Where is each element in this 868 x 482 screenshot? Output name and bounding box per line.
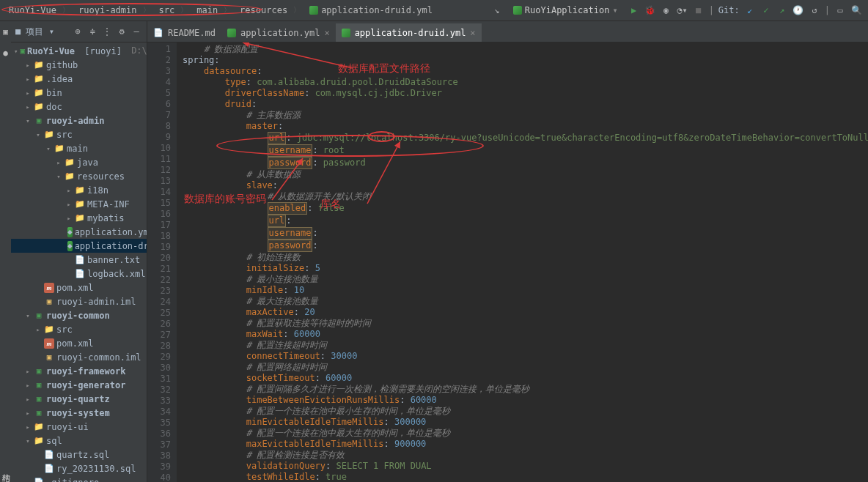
hide-icon[interactable]: —: [130, 26, 142, 37]
tree-item[interactable]: ▾📁src: [11, 127, 147, 141]
tree-item[interactable]: ▸📁.idea: [11, 72, 147, 86]
collapse-icon[interactable]: ⋮: [101, 26, 113, 37]
code-editor[interactable]: # 数据源配置 spring: datasource: type: com.al…: [177, 42, 868, 482]
git-revert-icon[interactable]: ↺: [809, 4, 820, 16]
debug-button[interactable]: 🐞: [644, 4, 656, 16]
tree-item[interactable]: ▸📁doc: [11, 100, 147, 114]
select-opened-icon[interactable]: ⊕: [72, 26, 84, 37]
line-gutter[interactable]: 1234567891011121314151617181920212223242…: [147, 42, 177, 482]
commit-tool-tab[interactable]: ●: [1, 45, 10, 61]
tree-item[interactable]: 📄.gitignore: [11, 475, 147, 482]
breadcrumb: RuoYi-Vue ruoyi-admin src main resources…: [0, 4, 491, 17]
tree-item[interactable]: ▾▣ruoyi-admin: [11, 114, 147, 127]
tree-root[interactable]: ▾▣ RuoYi-Vue [ruoyi] D:\文章演示\RuoYi-V: [11, 44, 147, 58]
tree-item[interactable]: ▾▣ruoyi-common: [11, 308, 147, 322]
tree-item[interactable]: ▸📁META-INF: [11, 197, 147, 211]
tab-close-icon[interactable]: ×: [470, 28, 475, 38]
stop-button[interactable]: ■: [693, 4, 705, 16]
tree-item[interactable]: ▣ruoyi-common.iml: [11, 350, 147, 364]
project-panel-title: ■ 项目 ▾: [15, 26, 54, 38]
settings-icon[interactable]: ⚙: [116, 26, 128, 37]
git-commit-icon[interactable]: ✓: [760, 4, 772, 16]
tree-item[interactable]: 📄logback.xml: [11, 267, 147, 281]
tree-item[interactable]: ▸📁github: [11, 58, 147, 72]
tree-item[interactable]: ▾📁resources: [11, 169, 147, 183]
run-button[interactable]: ▶: [628, 4, 640, 16]
tree-item[interactable]: mpom.xml: [11, 281, 147, 294]
git-label: Git:: [718, 5, 740, 15]
tab-readme[interactable]: 📄README.md: [147, 23, 221, 42]
crumb-main[interactable]: main: [192, 4, 235, 17]
tree-item[interactable]: ▸📁i18n: [11, 183, 147, 197]
crumb-file[interactable]: application-druid.yml: [305, 4, 437, 17]
tree-item[interactable]: ▸📁src: [11, 322, 147, 336]
tree-item[interactable]: ◆application-druid.yml: [11, 239, 147, 253]
project-panel: ■ 项目 ▾ ⊕ ≑ ⋮ ⚙ — ▾▣ RuoYi-Vue [ruoyi] D:…: [11, 21, 147, 482]
crumb-module[interactable]: ruoyi-admin: [74, 4, 154, 17]
tree-item[interactable]: ▾📁sql: [11, 434, 147, 448]
bookmarks-tab[interactable]: 书签: [0, 476, 11, 482]
tab-app-yml[interactable]: application.yml×: [221, 23, 336, 42]
tree-item[interactable]: ▣ruoyi-admin.iml: [11, 294, 147, 308]
git-update-icon[interactable]: ↙: [744, 4, 756, 16]
tree-item[interactable]: ▸▣ruoyi-generator: [11, 378, 147, 392]
tree-item[interactable]: ▸📁mybatis: [11, 211, 147, 225]
tree-item[interactable]: ▸▣ruoyi-framework: [11, 364, 147, 378]
tab-app-druid-yml[interactable]: application-druid.yml×: [336, 23, 482, 42]
tree-item[interactable]: ▸📁java: [11, 155, 147, 169]
tree-item[interactable]: ◆application.yml: [11, 225, 147, 239]
profile-button[interactable]: ◔▾: [677, 4, 688, 16]
project-tool-tab[interactable]: ▣: [1, 24, 10, 40]
project-tree[interactable]: ▾▣ RuoYi-Vue [ruoyi] D:\文章演示\RuoYi-V ▸📁g…: [11, 42, 147, 482]
crumb-root[interactable]: RuoYi-Vue: [4, 4, 74, 17]
tree-item[interactable]: ▸📁ruoyi-ui: [11, 420, 147, 434]
build-icon[interactable]: ↘: [491, 4, 503, 16]
tree-item[interactable]: ▾📁main: [11, 141, 147, 155]
coverage-button[interactable]: ◉: [661, 4, 672, 16]
tree-item[interactable]: 📄ry_20231130.sql: [11, 461, 147, 475]
tree-item[interactable]: ▸📁bin: [11, 86, 147, 100]
structure-tab[interactable]: 结构: [0, 464, 11, 470]
spring-icon: [513, 6, 522, 15]
yml-icon: [309, 6, 318, 15]
tree-item[interactable]: ▸▣ruoyi-system: [11, 406, 147, 420]
run-config-selector[interactable]: RuoYiApplication▾: [507, 4, 624, 17]
git-history-icon[interactable]: 🕐: [792, 4, 804, 16]
editor-tabs: 📄README.md application.yml× application-…: [147, 21, 868, 42]
tab-close-icon[interactable]: ×: [324, 28, 329, 38]
tree-item[interactable]: mpom.xml: [11, 336, 147, 350]
crumb-resources[interactable]: resources: [235, 4, 305, 17]
left-tool-strip: ▣ ● 结构 书签: [0, 21, 11, 482]
search-icon[interactable]: 🔍: [850, 4, 862, 16]
git-push-icon[interactable]: ↗: [776, 4, 788, 16]
tree-item[interactable]: 📄quartz.sql: [11, 448, 147, 461]
toolbar: ↘ RuoYiApplication▾ ▶ 🐞 ◉ ◔▾ ■ | Git: ↙ …: [491, 4, 868, 17]
tree-item[interactable]: 📄banner.txt: [11, 253, 147, 267]
layout-icon[interactable]: ▭: [834, 4, 846, 16]
expand-icon[interactable]: ≑: [87, 26, 98, 37]
crumb-src[interactable]: src: [155, 4, 193, 17]
tree-item[interactable]: ▸▣ruoyi-quartz: [11, 392, 147, 406]
